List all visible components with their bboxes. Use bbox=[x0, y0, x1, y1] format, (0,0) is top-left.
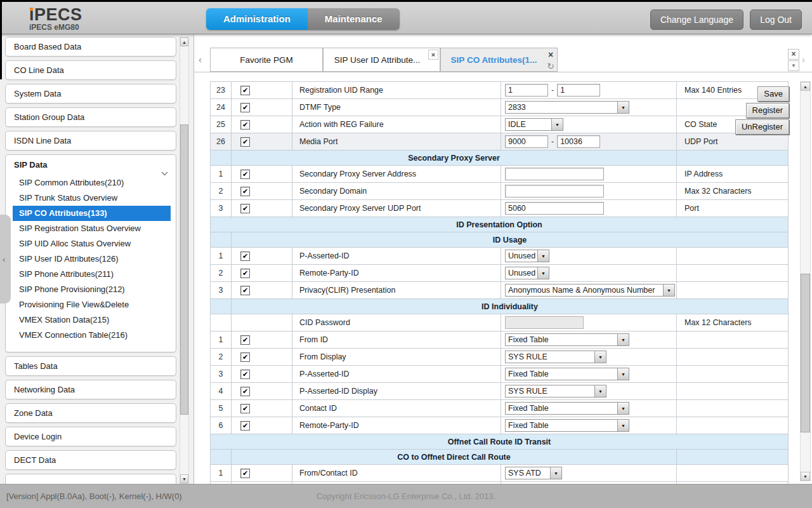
row-value-cell: Anonymous Name & Anonymous Number▼ bbox=[501, 282, 677, 298]
value-input[interactable] bbox=[505, 185, 604, 197]
table-row: 1✔P-Asserted-IDUnused▼ bbox=[211, 248, 788, 265]
sidebar-item-isdn-line-data[interactable]: ISDN Line Data bbox=[5, 131, 176, 150]
tab-scroll-left-icon[interactable]: ‹ bbox=[199, 54, 202, 65]
value-select[interactable]: SYS RULE▼ bbox=[505, 351, 606, 363]
sidebar: Board Based DataCO Line DataSystem DataS… bbox=[5, 37, 176, 484]
change-language-button[interactable]: Change Language bbox=[650, 10, 743, 30]
value-input[interactable] bbox=[557, 84, 600, 97]
row-checkbox[interactable]: ✔ bbox=[240, 103, 250, 112]
value-select[interactable]: Fixed Table▼ bbox=[505, 419, 629, 432]
tab-refresh-icon[interactable]: ↻ bbox=[547, 61, 554, 71]
sidebar-item-networking-data[interactable]: Networking Data bbox=[5, 380, 176, 399]
value-select[interactable]: Fixed Table▼ bbox=[505, 368, 629, 380]
value-select[interactable]: IDLE▼ bbox=[505, 118, 563, 131]
sidebar-item-vmex-connection-table-216[interactable]: VMEX Connection Table(216) bbox=[13, 328, 171, 343]
sidebar-item-sip-common-attributes-210[interactable]: SIP Common Attributes(210) bbox=[13, 175, 171, 190]
value-input[interactable] bbox=[505, 135, 548, 148]
sidebar-item-sip-co-attributes-133[interactable]: SIP CO Attributes(133) bbox=[13, 206, 171, 221]
row-label: Contact ID bbox=[292, 400, 501, 417]
tab-scroll-right-icon[interactable]: › bbox=[802, 54, 805, 65]
sidebar-item-station-group-data[interactable]: Station Group Data bbox=[5, 107, 176, 127]
row-number: 2 bbox=[211, 265, 232, 281]
tab-label: SIP User ID Attribute... bbox=[334, 55, 429, 65]
content-scrollbar-thumb[interactable] bbox=[801, 274, 810, 432]
sidebar-item-provisioning-file-view-delete[interactable]: Provisioning File View&Delete bbox=[13, 297, 171, 312]
logout-button[interactable]: Log Out bbox=[750, 10, 802, 30]
sidebar-item-sip-uid-alloc-status-overview[interactable]: SIP UID Alloc Status Overview bbox=[13, 236, 171, 251]
tab-favorite-pgm[interactable]: Favorite PGM bbox=[210, 48, 323, 72]
content-scrollbar[interactable]: ▲ ▼ bbox=[800, 81, 811, 481]
value-input[interactable] bbox=[505, 168, 604, 180]
sidebar-item-dect-data[interactable]: DECT Data bbox=[5, 450, 176, 470]
table-row: 1✔Secondary Proxy Server AddressIP Addre… bbox=[211, 166, 788, 183]
nav-tab-administration[interactable]: Administration bbox=[206, 8, 308, 30]
unregister-button[interactable]: UnRegister bbox=[735, 119, 789, 135]
tab-close-icon[interactable]: × bbox=[428, 50, 438, 60]
row-checkbox[interactable]: ✔ bbox=[240, 335, 250, 345]
value-select[interactable]: SYS ATD▼ bbox=[505, 467, 562, 479]
row-value-cell: - bbox=[501, 82, 677, 98]
value-select[interactable]: Anonymous Name & Anonymous Number▼ bbox=[505, 284, 675, 297]
save-button[interactable]: Save bbox=[757, 86, 789, 102]
sidebar-collapse-handle[interactable]: ‹ bbox=[0, 215, 11, 304]
sidebar-item-vmex-station-data-215[interactable]: VMEX Station Data(215) bbox=[13, 312, 171, 328]
sidebar-item-sip-trunk-status-overview[interactable]: SIP Trunk Status Overview bbox=[13, 190, 171, 206]
sidebar-scrollbar-thumb[interactable] bbox=[180, 124, 188, 415]
sidebar-item-board-based-data[interactable]: Board Based Data bbox=[5, 37, 176, 57]
scroll-down-icon[interactable]: ▼ bbox=[801, 472, 810, 481]
sidebar-item-sip-user-id-attributes-126[interactable]: SIP User ID Attributes(126) bbox=[13, 251, 171, 267]
value-input[interactable] bbox=[505, 84, 548, 97]
value-select[interactable]: 2833▼ bbox=[505, 101, 629, 114]
password-input[interactable] bbox=[505, 316, 584, 329]
tab-label: Favorite PGM bbox=[240, 55, 292, 65]
tab-sip-user-id-attribute[interactable]: SIP User ID Attribute...× bbox=[323, 48, 440, 72]
sidebar-item-tables-data[interactable]: Tables Data bbox=[5, 356, 176, 376]
sidebar-item-co-line-data[interactable]: CO Line Data bbox=[5, 60, 176, 80]
value-select[interactable]: Fixed Table▼ bbox=[505, 402, 629, 415]
scroll-up-icon[interactable]: ▲ bbox=[180, 37, 188, 46]
row-checkbox[interactable]: ✔ bbox=[240, 187, 250, 196]
main-nav-tabs: Administration Maintenance bbox=[206, 8, 400, 30]
row-checkbox[interactable]: ✔ bbox=[240, 370, 250, 379]
row-number: 3 bbox=[211, 366, 232, 382]
scroll-up-icon[interactable]: ▲ bbox=[801, 82, 810, 91]
logo-dot-icon bbox=[30, 8, 33, 11]
row-checkbox[interactable]: ✔ bbox=[240, 352, 250, 362]
value-select[interactable]: Unused▼ bbox=[505, 267, 549, 279]
sidebar-item-system-data[interactable]: System Data bbox=[5, 84, 176, 104]
value-input[interactable] bbox=[557, 135, 600, 148]
value-input[interactable] bbox=[505, 202, 604, 215]
sidebar-item-sip-phone-provisioning-212[interactable]: SIP Phone Provisioning(212) bbox=[13, 282, 171, 297]
value-select[interactable]: Fixed Table▼ bbox=[505, 333, 629, 346]
row-checkbox[interactable]: ✔ bbox=[240, 404, 250, 413]
value-select[interactable]: Unused▼ bbox=[505, 250, 549, 262]
row-checkbox[interactable]: ✔ bbox=[240, 269, 250, 278]
row-checkbox[interactable]: ✔ bbox=[240, 170, 250, 179]
tab-list-dropdown-button[interactable]: ▼ bbox=[788, 60, 799, 71]
value-select[interactable]: SYS RULE▼ bbox=[505, 385, 606, 398]
row-checkbox[interactable]: ✔ bbox=[240, 387, 250, 396]
sidebar-item-sip-phone-attributes-211[interactable]: SIP Phone Attributes(211) bbox=[13, 267, 171, 282]
tab-sip-co-attributes-1[interactable]: SIP CO Attributes(1...×↻ bbox=[440, 48, 558, 72]
sidebar-item-zone-data[interactable]: Zone Data bbox=[5, 403, 176, 423]
sidebar-item-sip-registration-status-overview[interactable]: SIP Registration Status Overview bbox=[13, 221, 171, 236]
row-label: Registration UID Range bbox=[292, 82, 501, 98]
row-checkbox[interactable]: ✔ bbox=[240, 86, 250, 95]
nav-tab-maintenance[interactable]: Maintenance bbox=[308, 8, 400, 30]
row-checkbox[interactable]: ✔ bbox=[240, 204, 250, 213]
section-header-row: ID Presentation Option bbox=[211, 217, 788, 232]
sidebar-item-clipped[interactable] bbox=[5, 474, 176, 484]
sidebar-scrollbar[interactable]: ▲ ▼ bbox=[180, 37, 189, 484]
row-checkbox[interactable]: ✔ bbox=[240, 137, 250, 147]
sidebar-item-device-login[interactable]: Device Login bbox=[5, 427, 176, 446]
register-button[interactable]: Register bbox=[746, 103, 789, 118]
sidebar-group-header-sip-data[interactable]: SIP Data bbox=[6, 155, 176, 175]
tab-close-icon[interactable]: × bbox=[546, 50, 556, 60]
row-checkbox[interactable]: ✔ bbox=[240, 421, 250, 431]
row-checkbox[interactable]: ✔ bbox=[240, 120, 250, 130]
row-checkbox[interactable]: ✔ bbox=[240, 469, 250, 478]
row-checkbox[interactable]: ✔ bbox=[240, 251, 250, 261]
row-checkbox[interactable]: ✔ bbox=[240, 286, 250, 295]
scroll-down-icon[interactable]: ▼ bbox=[180, 474, 188, 483]
close-all-tabs-button[interactable]: × bbox=[788, 49, 799, 60]
